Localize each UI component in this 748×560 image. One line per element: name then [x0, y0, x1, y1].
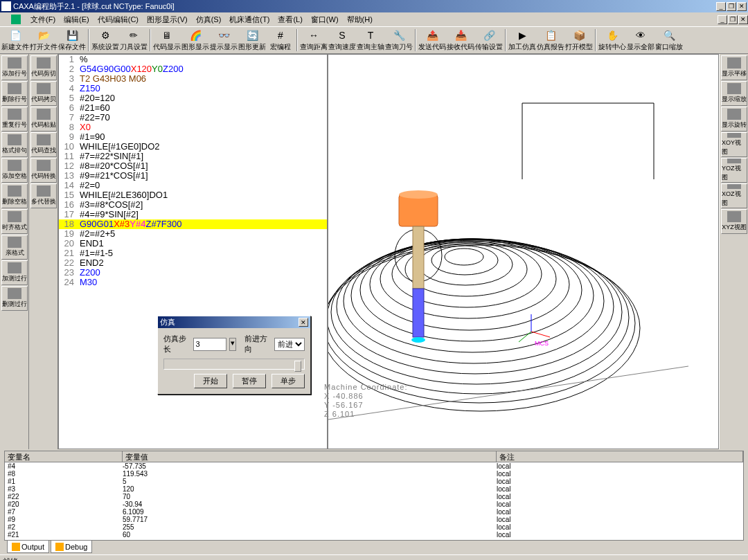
code-line[interactable]: 5#20=120: [59, 93, 327, 103]
code-line[interactable]: 19#2=#2+5: [59, 229, 327, 239]
side-XOZ视图[interactable]: XOZ视图: [721, 183, 747, 208]
menu-item[interactable]: 查看(L): [274, 14, 306, 25]
code-line[interactable]: 21#1=#1-5: [59, 249, 327, 258]
side-代码转换[interactable]: 代码转换: [30, 158, 57, 183]
toolbar-图形更新[interactable]: 🔄图形更新: [238, 28, 266, 53]
child-minimize-button[interactable]: _: [718, 15, 727, 24]
minimize-button[interactable]: _: [716, 2, 726, 11]
code-line[interactable]: 11#7=#22*SIN[#1]: [59, 152, 327, 161]
side-显示平移[interactable]: 显示平移: [721, 55, 747, 80]
code-line[interactable]: 24M30: [59, 278, 327, 287]
code-line[interactable]: 17#4=#9*SIN[#2]: [59, 210, 327, 219]
toolbar-宏编程[interactable]: #宏编程: [267, 28, 294, 53]
code-line[interactable]: 14#2=0: [59, 181, 327, 190]
code-line[interactable]: 13#9=#21*COS[#1]: [59, 171, 327, 181]
maximize-button[interactable]: ❐: [727, 2, 736, 11]
toolbar-提示显示[interactable]: 👓提示显示: [210, 28, 238, 53]
step-button[interactable]: 单步: [271, 374, 305, 388]
side-代码粘贴[interactable]: 代码粘贴: [30, 107, 57, 132]
toolbar-旋转中心[interactable]: ✋旋转中心: [598, 28, 626, 53]
dialog-close-button[interactable]: ✕: [299, 318, 308, 327]
close-button[interactable]: ✕: [737, 2, 747, 11]
toolbar-查询距离[interactable]: ↔查询距离: [300, 28, 328, 53]
toolbar-图形显示[interactable]: 🌈图形显示: [181, 28, 209, 53]
side-删测过行[interactable]: 删测过行: [1, 286, 28, 311]
var-row[interactable]: #3120local: [5, 485, 743, 493]
toolbar-保存文件[interactable]: 💾保存文件: [58, 28, 86, 53]
code-line[interactable]: 20END1: [59, 239, 327, 249]
side-加测过行[interactable]: 加测过行: [1, 260, 28, 285]
var-row[interactable]: #4-57.735local: [5, 462, 743, 470]
toolbar-仿真报告[interactable]: 📋仿真报告: [537, 28, 564, 53]
side-代码拷贝[interactable]: 代码拷贝: [30, 81, 57, 106]
menu-item[interactable]: 帮助(H): [343, 14, 377, 25]
sim-slider[interactable]: [163, 359, 305, 370]
toolbar-传输设置[interactable]: 🔗传输设置: [475, 28, 503, 53]
toolbar-发送代码[interactable]: 📤发送代码: [418, 28, 446, 53]
var-row[interactable]: #959.7717local: [5, 516, 743, 523]
code-line[interactable]: 12#8=#20*COS[#1]: [59, 161, 327, 171]
code-line[interactable]: 23Z200: [59, 268, 327, 278]
child-restore-button[interactable]: ❐: [728, 15, 738, 24]
toolbar-查询主轴[interactable]: T查询主轴: [357, 28, 384, 53]
side-添加空格[interactable]: 添加空格: [1, 158, 28, 183]
direction-select[interactable]: 前进: [274, 338, 305, 351]
toolbar-接收代码[interactable]: 📥接收代码: [447, 28, 474, 53]
code-line[interactable]: 7#22=70: [59, 113, 327, 123]
side-删除空格[interactable]: 删除空格: [1, 183, 28, 208]
side-显示缩放[interactable]: 显示缩放: [721, 81, 747, 106]
code-line[interactable]: 3T2 G43H03 M06: [59, 74, 327, 84]
side-删除行号[interactable]: 删除行号: [1, 81, 28, 106]
var-row[interactable]: #76.1009local: [5, 508, 743, 516]
code-line[interactable]: 18G90G01X#3Y#4Z#7F300: [59, 219, 327, 229]
side-时齐格式[interactable]: 时齐格式: [1, 209, 28, 234]
side-代码查找[interactable]: 代码查找: [30, 132, 57, 157]
menu-item[interactable]: 编辑(E): [60, 14, 93, 25]
var-row[interactable]: #2255local: [5, 523, 743, 531]
start-button[interactable]: 开始: [194, 374, 227, 388]
menu-item[interactable]: 代码编辑(C): [93, 14, 143, 25]
code-line[interactable]: 2G54G90G00X120Y0Z200: [59, 64, 327, 74]
child-close-button[interactable]: ✕: [738, 15, 748, 24]
menu-item[interactable]: 机床通信(T): [225, 14, 274, 25]
code-line[interactable]: 1%: [59, 55, 327, 64]
code-line[interactable]: 9#1=90: [59, 132, 327, 142]
tab-Debug[interactable]: Debug: [51, 541, 92, 553]
menu-item[interactable]: 窗口(W): [307, 14, 343, 25]
toolbar-打开模型[interactable]: 📦打开模型: [565, 28, 593, 53]
side-YOZ视图[interactable]: YOZ视图: [721, 158, 747, 183]
toolbar-新建文件[interactable]: 📄新建文件: [1, 28, 29, 53]
code-line[interactable]: 6#21=60: [59, 103, 327, 113]
code-line[interactable]: 10WHILE[#1GE0]DO2: [59, 142, 327, 152]
code-line[interactable]: 15WHILE[#2LE360]DO1: [59, 190, 327, 200]
toolbar-查询速度[interactable]: S查询速度: [328, 28, 356, 53]
side-代码剪切[interactable]: 代码剪切: [30, 55, 57, 80]
toolbar-打开文件[interactable]: 📂打开文件: [30, 28, 57, 53]
code-line[interactable]: 4Z150: [59, 84, 327, 93]
pause-button[interactable]: 暂停: [233, 374, 266, 388]
side-重复行号[interactable]: 重复行号: [1, 107, 28, 132]
code-line[interactable]: 16#3=#8*COS[#2]: [59, 200, 327, 210]
side-XYZ视图[interactable]: XYZ视图: [721, 209, 747, 234]
side-XOY视图[interactable]: XOY视图: [721, 132, 747, 157]
menu-item[interactable]: 仿真(S): [192, 14, 226, 25]
toolbar-加工仿真[interactable]: ▶加工仿真: [508, 28, 536, 53]
code-line[interactable]: 22END2: [59, 258, 327, 268]
var-row[interactable]: #15local: [5, 478, 743, 485]
toolbar-刀具设置[interactable]: ✏刀具设置: [120, 28, 148, 53]
toolbar-代码显示[interactable]: 🖥代码显示: [153, 28, 181, 53]
toolbar-系统设置[interactable]: ⚙系统设置: [91, 28, 119, 53]
side-格式排句[interactable]: 格式排句: [1, 132, 28, 157]
side-多代替换[interactable]: 多代替换: [30, 183, 57, 208]
menu-item[interactable]: 图形显示(V): [143, 14, 192, 25]
side-亲格式[interactable]: 亲格式: [1, 235, 28, 260]
toolbar-显示全部[interactable]: 👁显示全部: [627, 28, 654, 53]
var-row[interactable]: #2160local: [5, 531, 743, 539]
var-row[interactable]: #8119.543local: [5, 470, 743, 478]
var-row[interactable]: #2270local: [5, 493, 743, 500]
code-line[interactable]: 8X0: [59, 123, 327, 132]
var-row[interactable]: #20-30.94local: [5, 500, 743, 508]
toolbar-窗口缩放[interactable]: 🔍窗口缩放: [655, 28, 683, 53]
step-input[interactable]: [193, 338, 226, 351]
menu-item[interactable]: 文件(F): [26, 14, 60, 25]
